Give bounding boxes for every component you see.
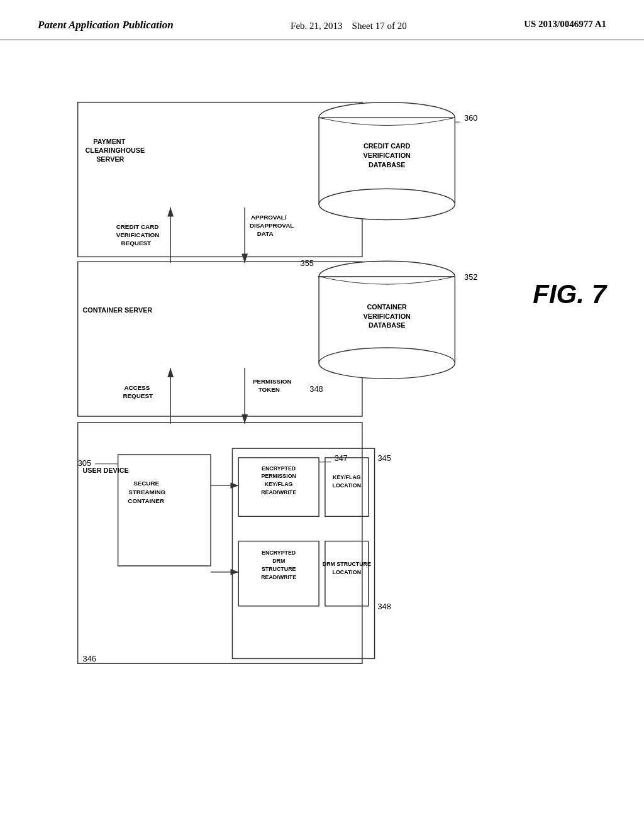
page: Patent Application Publication Feb. 21, … [0,0,644,830]
svg-text:DATA: DATA [257,230,274,236]
secure-container-label: SECURE [133,480,159,487]
ref-348a: 348 [309,384,323,393]
svg-text:READ/WRITE: READ/WRITE [261,489,296,495]
svg-rect-30 [118,454,211,565]
figure-label: FIG. 7 [533,279,606,309]
access-request-label: ACCESS [124,384,150,390]
svg-text:VERIFICATION: VERIFICATION [364,312,411,319]
svg-text:CONTAINER: CONTAINER [128,497,164,504]
svg-text:DATABASE: DATABASE [369,321,405,329]
container-verif-db-label: CONTAINER [367,302,408,310]
svg-text:TOKEN: TOKEN [258,385,280,392]
ref-345: 345 [377,453,391,462]
svg-text:PERMISSION: PERMISSION [261,473,296,479]
svg-text:CLEARINGHOUSE: CLEARINGHOUSE [85,147,145,154]
svg-marker-10 [167,207,174,216]
svg-rect-29 [78,422,362,663]
patent-number: US 2013/0046977 A1 [524,19,606,30]
svg-text:DRM: DRM [272,558,285,564]
container-server-label: CONTAINER SERVER [83,306,153,313]
encrypted-drm-label: ENCRYPTED [262,550,296,556]
key-flag-loc-label: KEY/FLAG [333,474,361,480]
page-header: Patent Application Publication Feb. 21, … [0,0,644,40]
svg-text:STRUCTURE: STRUCTURE [262,565,296,572]
ref-360: 360 [464,113,477,123]
drm-struct-loc-label: DRM STRUCTURE [323,560,371,567]
permission-token-label: PERMISSION [253,377,292,384]
ref-352: 352 [464,272,477,281]
encrypted-perm-label: ENCRYPTED [262,465,296,471]
diagram-area: PAYMENT CLEARINGHOUSE SERVER CREDIT CARD… [0,40,644,795]
svg-point-20 [319,347,455,378]
svg-text:SERVER: SERVER [96,155,124,163]
publication-date-sheet: Feb. 21, 2013 Sheet 17 of 20 [291,19,407,33]
svg-text:STREAMING: STREAMING [128,488,165,495]
svg-marker-51 [231,568,239,575]
svg-text:DATABASE: DATABASE [369,160,405,168]
svg-text:REQUEST: REQUEST [123,392,153,399]
credit-card-req-label: CREDIT CARD [116,223,159,230]
svg-text:VERIFICATION: VERIFICATION [364,152,411,159]
svg-text:KEY/FLAG: KEY/FLAG [265,481,293,487]
svg-point-5 [319,189,455,219]
user-device-label: USER DEVICE [83,467,129,474]
svg-text:DISAPPROVAL: DISAPPROVAL [250,222,294,229]
approval-data-label: APPROVAL/ [251,214,287,221]
svg-text:LOCATION: LOCATION [333,568,361,575]
publication-title: Patent Application Publication [38,19,174,31]
ref-305: 305 [78,458,91,467]
credit-card-db-label: CREDIT CARD [364,142,411,150]
ref-348b: 348 [377,601,391,611]
svg-text:VERIFICATION: VERIFICATION [116,231,160,238]
fig7-diagram: PAYMENT CLEARINGHOUSE SERVER CREDIT CARD… [38,53,606,782]
svg-marker-43 [231,482,239,489]
payment-server-label: PAYMENT [93,138,125,145]
svg-text:LOCATION: LOCATION [333,482,361,489]
svg-text:REQUEST: REQUEST [121,239,152,246]
ref-355: 355 [301,258,314,268]
svg-text:READ/WRITE: READ/WRITE [261,573,296,580]
ref-346: 346 [83,654,96,663]
svg-marker-24 [167,368,174,377]
